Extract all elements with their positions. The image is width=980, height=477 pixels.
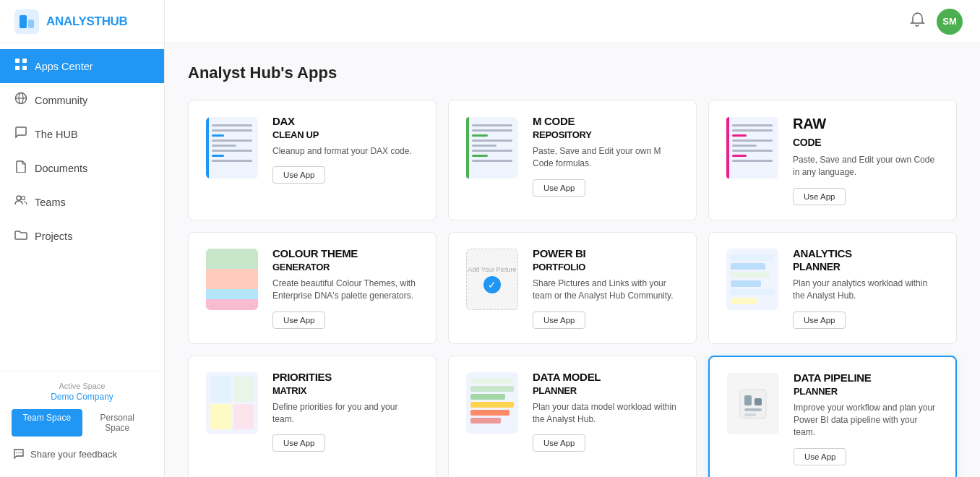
app-icon-mcode xyxy=(463,115,521,180)
svg-point-12 xyxy=(16,452,17,454)
sidebar-item-teams[interactable]: Teams xyxy=(0,185,164,219)
app-desc-analytics: Plan your analytics workload within the … xyxy=(793,278,942,303)
use-app-button-powerbi[interactable]: Use App xyxy=(533,311,585,329)
check-circle-icon: ✓ xyxy=(483,276,501,293)
personal-space-tab[interactable]: Personal Space xyxy=(82,409,153,437)
notification-bell-icon[interactable] xyxy=(909,12,925,31)
app-name-rawcode: RAW CODE xyxy=(793,115,942,150)
app-name-analytics: ANALYTICS PLANNER xyxy=(793,247,942,273)
logo-icon xyxy=(14,9,39,34)
app-card-powerbi[interactable]: Add Your Picture ✓ POWER BI PORTFOLIO Sh… xyxy=(448,232,697,344)
folder-icon xyxy=(14,228,27,244)
svg-rect-19 xyxy=(744,413,756,416)
svg-point-13 xyxy=(18,452,20,454)
svg-rect-17 xyxy=(755,398,762,405)
sidebar: ANALYSTHUB Apps Center xyxy=(0,0,165,477)
sidebar-item-documents[interactable]: Documents xyxy=(0,151,164,185)
sidebar-item-label: Community xyxy=(35,95,87,106)
app-icon-datamodel xyxy=(463,371,521,436)
app-card-priorities[interactable]: PRIORITIES MATRIX Define priorities for … xyxy=(188,356,437,477)
apps-area: Analyst Hub's Apps xyxy=(165,43,980,477)
app-desc-dax: Cleanup and format your DAX code. xyxy=(272,145,421,158)
svg-rect-2 xyxy=(28,20,34,28)
app-name-mcode: M CODE REPOSITORY xyxy=(533,115,682,141)
app-card-analytics[interactable]: ANALYTICS PLANNER Plan your analytics wo… xyxy=(708,232,957,344)
use-app-button-priorities[interactable]: Use App xyxy=(272,434,325,452)
app-info-datamodel: DATA MODEL PLANNER Plan your data model … xyxy=(533,371,682,452)
app-card-datapipeline[interactable]: DATA PIPELINE PLANNER Improve your workf… xyxy=(708,356,957,477)
sidebar-item-projects[interactable]: Projects xyxy=(0,219,164,253)
app-name-dax: DAX CLEAN UP xyxy=(272,115,421,141)
svg-rect-5 xyxy=(15,66,20,70)
feedback-icon xyxy=(13,448,25,460)
use-app-button-datamodel[interactable]: Use App xyxy=(533,434,585,452)
svg-rect-6 xyxy=(22,66,27,70)
apps-grid: DAX CLEAN UP Cleanup and format your DAX… xyxy=(188,100,957,477)
sidebar-item-apps-center[interactable]: Apps Center xyxy=(0,49,164,83)
app-card-rawcode[interactable]: RAW CODE Paste, Save and Edit your own C… xyxy=(708,100,957,220)
app-desc-colour: Create beautiful Colour Themes, with Ent… xyxy=(272,278,421,303)
people-icon xyxy=(14,194,27,210)
sidebar-item-community[interactable]: Community xyxy=(0,83,164,117)
main-content: SM Analyst Hub's Apps xyxy=(165,0,980,477)
app-icon-priorities xyxy=(203,371,261,436)
app-info-mcode: M CODE REPOSITORY Paste, Save and Edit y… xyxy=(533,115,682,197)
app-card-datamodel[interactable]: DATA MODEL PLANNER Plan your data model … xyxy=(448,356,697,477)
app-icon-analytics xyxy=(723,247,781,312)
app-card-mcode[interactable]: M CODE REPOSITORY Paste, Save and Edit y… xyxy=(448,100,697,220)
app-desc-rawcode: Paste, Save and Edit your own Code in an… xyxy=(793,154,942,179)
app-icon-powerbi: Add Your Picture ✓ xyxy=(463,247,521,312)
svg-point-11 xyxy=(22,197,25,200)
add-picture-text: Add Your Picture xyxy=(468,266,516,273)
app-info-analytics: ANALYTICS PLANNER Plan your analytics wo… xyxy=(793,247,942,329)
app-icon-datapipeline xyxy=(724,371,782,437)
svg-rect-3 xyxy=(15,59,20,63)
app-icon-dax xyxy=(203,115,261,180)
logo-text: ANALYSTHUB xyxy=(46,14,128,29)
sidebar-item-label: Apps Center xyxy=(35,61,93,72)
app-info-rawcode: RAW CODE Paste, Save and Edit your own C… xyxy=(793,115,942,205)
feedback-item[interactable]: Share your feedback xyxy=(12,445,152,463)
app-desc-mcode: Paste, Save and Edit your own M Code for… xyxy=(533,145,682,171)
app-desc-powerbi: Share Pictures and Links with your team … xyxy=(533,278,682,303)
use-app-button-analytics[interactable]: Use App xyxy=(793,311,846,329)
app-info-priorities: PRIORITIES MATRIX Define priorities for … xyxy=(272,371,421,452)
svg-point-10 xyxy=(17,196,21,200)
user-avatar[interactable]: SM xyxy=(937,9,963,35)
app-desc-datamodel: Plan your data model workload within the… xyxy=(533,401,682,426)
sidebar-item-label: The HUB xyxy=(35,129,78,140)
app-name-datapipeline: DATA PIPELINE PLANNER xyxy=(794,371,941,398)
app-name-priorities: PRIORITIES MATRIX xyxy=(272,371,421,397)
sidebar-item-label: Documents xyxy=(35,163,87,174)
use-app-button-dax[interactable]: Use App xyxy=(272,166,325,184)
app-icon-rawcode xyxy=(723,115,781,180)
svg-point-14 xyxy=(20,452,22,454)
doc-icon xyxy=(14,160,27,176)
svg-rect-1 xyxy=(20,15,27,28)
sidebar-nav: Apps Center Community The HUB xyxy=(0,43,164,371)
svg-rect-18 xyxy=(744,408,762,411)
svg-rect-4 xyxy=(22,59,27,63)
logo: ANALYSTHUB xyxy=(0,0,164,43)
use-app-button-rawcode[interactable]: Use App xyxy=(793,188,846,205)
app-card-dax-cleanup[interactable]: DAX CLEAN UP Cleanup and format your DAX… xyxy=(188,100,437,220)
sidebar-item-the-hub[interactable]: The HUB xyxy=(0,117,164,151)
use-app-button-datapipeline[interactable]: Use App xyxy=(794,448,846,465)
active-space-label: Active Space xyxy=(12,382,152,390)
globe-icon xyxy=(14,92,27,108)
app-card-colour[interactable]: COLOUR THEME GENERATOR Create beautiful … xyxy=(188,232,437,344)
team-space-tab[interactable]: Team Space xyxy=(12,409,82,437)
app-info-dax: DAX CLEAN UP Cleanup and format your DAX… xyxy=(272,115,421,184)
chat-icon xyxy=(14,126,27,142)
app-info-powerbi: POWER BI PORTFOLIO Share Pictures and Li… xyxy=(533,247,682,329)
grid-icon xyxy=(14,58,27,74)
use-app-button-colour[interactable]: Use App xyxy=(272,311,325,329)
app-desc-datapipeline: Improve your workflow and plan your Powe… xyxy=(794,402,941,439)
pipeline-svg-icon xyxy=(734,382,772,426)
app-name-powerbi: POWER BI PORTFOLIO xyxy=(533,247,682,273)
app-name-colour: COLOUR THEME GENERATOR xyxy=(272,247,421,273)
sidebar-item-label: Teams xyxy=(35,197,66,208)
feedback-label: Share your feedback xyxy=(30,449,117,460)
sidebar-item-label: Projects xyxy=(35,231,72,242)
use-app-button-mcode[interactable]: Use App xyxy=(533,179,585,197)
